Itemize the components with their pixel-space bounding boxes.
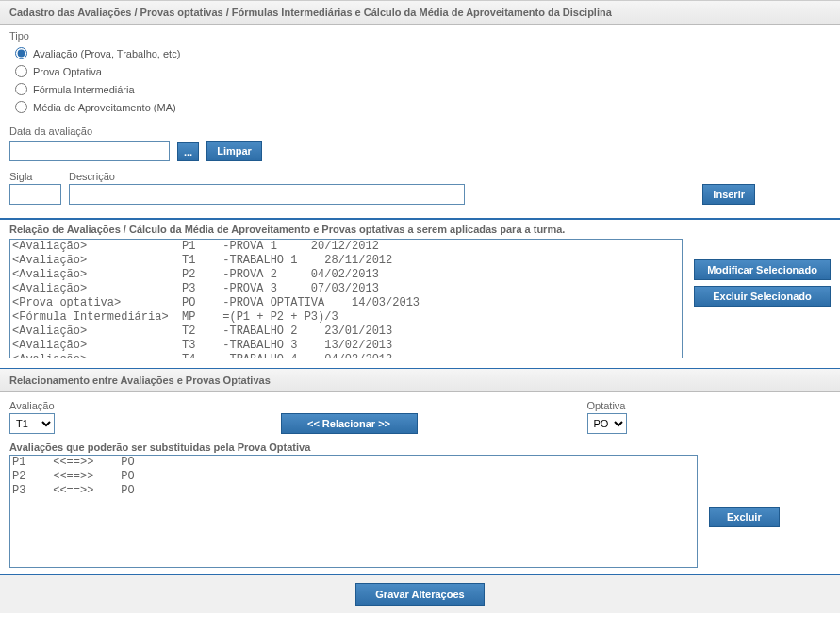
excluir-selecionado-button[interactable]: Excluir Selecionado (694, 286, 831, 307)
excluir-button[interactable]: Excluir (709, 507, 780, 527)
radio-formula-label: Fórmula Intermediária (33, 84, 135, 95)
optativa-select[interactable]: PO (587, 413, 627, 434)
date-picker-button[interactable]: ... (177, 142, 199, 161)
page-title: Cadastro das Avaliações / Provas optativ… (0, 0, 840, 25)
radio-prova-optativa-label: Prova Optativa (33, 66, 102, 77)
relacionar-button[interactable]: << Relacionar >> (281, 413, 418, 434)
optativa-label: Optativa (587, 400, 627, 411)
sigla-input[interactable] (9, 184, 61, 205)
tipo-radio-group: Avaliação (Prova, Trabalho, etc) Prova O… (9, 44, 831, 116)
radio-avaliacao-label: Avaliação (Prova, Trabalho, etc) (33, 48, 180, 59)
substituidas-listbox[interactable]: P1 <<==>> PO P2 <<==>> PO P3 <<==>> PO (9, 455, 698, 568)
radio-formula[interactable] (15, 83, 27, 95)
descricao-label: Descrição (69, 171, 465, 182)
relacionamento-header: Relacionamento entre Avaliações e Provas… (0, 368, 840, 392)
avaliacao-select[interactable]: T1 (9, 413, 55, 434)
tipo-label: Tipo (9, 30, 831, 42)
data-avaliacao-label: Data da avaliação (9, 125, 831, 137)
substituidas-label: Avaliações que poderão ser substituidas … (9, 441, 831, 453)
radio-prova-optativa[interactable] (15, 65, 27, 77)
sigla-label: Sigla (9, 171, 61, 182)
relacao-listbox[interactable]: <Avaliação> P1 -PROVA 1 20/12/2012 <Aval… (9, 239, 683, 358)
avaliacao-label: Avaliação (9, 400, 55, 411)
radio-avaliacao[interactable] (15, 47, 27, 59)
descricao-input[interactable] (69, 184, 465, 205)
relacao-header: Relação de Avaliações / Cálculo da Média… (9, 224, 831, 235)
modificar-selecionado-button[interactable]: Modificar Selecionado (694, 259, 831, 280)
data-avaliacao-input[interactable] (9, 141, 170, 161)
radio-media[interactable] (15, 101, 27, 113)
limpar-button[interactable]: Limpar (206, 141, 262, 161)
inserir-button[interactable]: Inserir (702, 184, 755, 205)
radio-media-label: Média de Aproveitamento (MA) (33, 102, 176, 113)
gravar-alteracoes-button[interactable]: Gravar Alterações (355, 583, 484, 606)
